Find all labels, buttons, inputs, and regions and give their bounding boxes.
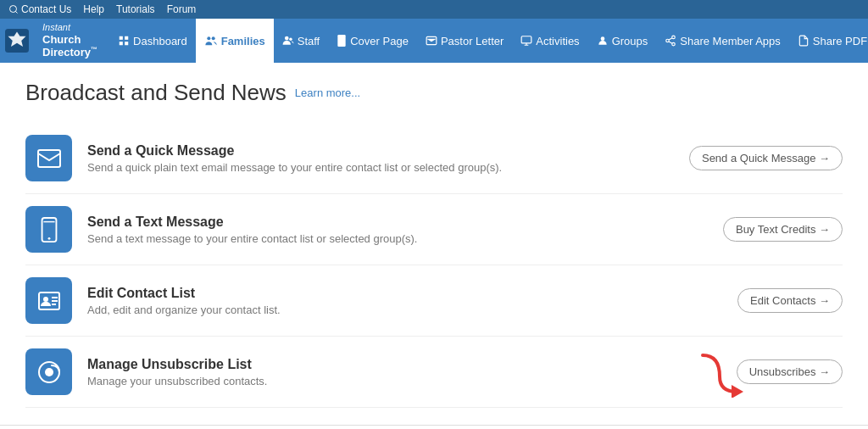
feature-row-contact-list: Edit Contact List Add, edit and organize… — [25, 265, 843, 337]
unsubscribes-button[interactable]: Unsubscribes → — [737, 359, 843, 384]
text-message-text: Send a Text Message Send a text message … — [87, 214, 706, 245]
contact-list-desc: Add, edit and organize your contact list… — [87, 304, 721, 316]
svg-line-1 — [15, 11, 17, 13]
svg-rect-12 — [339, 38, 344, 39]
quick-message-title: Send a Quick Message — [87, 143, 672, 159]
feature-row-text-message: Send a Text Message Send a text message … — [25, 194, 843, 265]
nav-item-activities[interactable]: Activities — [512, 19, 587, 63]
contacts-icon — [25, 277, 72, 324]
svg-point-33 — [45, 368, 53, 376]
contact-list-title: Edit Contact List — [87, 286, 721, 301]
contact-list-text: Edit Contact List Add, edit and organize… — [87, 286, 721, 316]
nav-item-dashboard[interactable]: Dashboard — [109, 19, 196, 63]
nav-bar: Instant Church Directory™ Dashboard Fami… — [0, 19, 868, 63]
feature-row-unsubscribe: Manage Unsubscribe List Manage your unsu… — [25, 337, 843, 408]
svg-point-19 — [666, 39, 670, 42]
nav-items: Dashboard Families Staff Cover Page Past… — [109, 19, 868, 63]
unsubscribe-title: Manage Unsubscribe List — [87, 357, 720, 372]
nav-item-staff[interactable]: Staff — [274, 19, 329, 63]
text-message-action: Buy Text Credits → — [723, 217, 843, 242]
main-content: Broadcast and Send News Learn more... Se… — [0, 63, 868, 416]
unsubscribe-desc: Manage your unsubscribed contacts. — [87, 375, 720, 387]
nav-item-groups[interactable]: Groups — [588, 19, 657, 63]
text-message-title: Send a Text Message — [87, 214, 706, 230]
bottom-tabs: Drafts Scheduled Sent — [0, 425, 868, 429]
contact-list-action: Edit Contacts → — [737, 288, 843, 313]
edit-contacts-button[interactable]: Edit Contacts → — [737, 288, 843, 313]
nav-item-share-pdf[interactable]: Share PDF — [789, 19, 868, 63]
top-bar: Contact Us Help Tutorials Forum — [0, 0, 868, 19]
svg-rect-4 — [125, 36, 128, 40]
logo-church-directory: Church Directory™ — [42, 33, 97, 60]
red-arrow-indicator — [694, 351, 745, 400]
svg-point-7 — [207, 36, 210, 40]
svg-rect-14 — [339, 42, 342, 42]
svg-line-22 — [669, 38, 672, 40]
unsubscribe-action: Unsubscribes → — [737, 359, 843, 384]
svg-point-28 — [43, 297, 48, 302]
quick-message-text: Send a Quick Message Send a quick plain … — [87, 143, 672, 174]
svg-point-25 — [47, 237, 50, 239]
logo-instant: Instant — [42, 22, 97, 33]
nav-item-families[interactable]: Families — [196, 19, 274, 63]
unsubscribe-text: Manage Unsubscribe List Manage your unsu… — [87, 357, 720, 387]
quick-message-action: Send a Quick Message → — [689, 146, 843, 170]
quick-message-desc: Send a quick plain text email message to… — [87, 161, 672, 174]
logo — [5, 29, 34, 53]
send-quick-message-button[interactable]: Send a Quick Message → — [689, 146, 843, 170]
feature-row-quick-message: Send a Quick Message Send a quick plain … — [25, 123, 843, 194]
svg-point-18 — [672, 36, 676, 39]
svg-line-21 — [669, 42, 672, 43]
contact-us-link[interactable]: Contact Us — [8, 3, 71, 15]
svg-rect-23 — [38, 150, 60, 167]
buy-text-credits-button[interactable]: Buy Text Credits → — [723, 217, 843, 242]
svg-rect-6 — [125, 42, 128, 45]
forum-link[interactable]: Forum — [167, 3, 197, 15]
svg-point-0 — [10, 6, 17, 13]
svg-rect-3 — [120, 36, 123, 40]
at-icon — [25, 348, 72, 395]
help-link[interactable]: Help — [83, 3, 104, 15]
nav-item-cover-page[interactable]: Cover Page — [328, 19, 417, 63]
svg-marker-34 — [732, 385, 743, 398]
svg-rect-13 — [339, 40, 344, 41]
envelope-icon — [25, 135, 72, 181]
svg-point-8 — [211, 36, 214, 40]
learn-more-link[interactable]: Learn more... — [295, 86, 360, 99]
svg-point-17 — [600, 36, 604, 41]
svg-rect-5 — [120, 42, 123, 45]
nav-item-share-member-apps[interactable]: Share Member Apps — [656, 19, 789, 63]
nav-item-pastor-letter[interactable]: Pastor Letter — [417, 19, 512, 63]
page-title: Broadcast and Send News Learn more... — [25, 80, 843, 106]
svg-point-9 — [285, 36, 289, 41]
svg-point-20 — [672, 42, 676, 46]
svg-point-10 — [289, 38, 292, 42]
tutorials-link[interactable]: Tutorials — [116, 3, 155, 15]
phone-icon — [25, 206, 72, 253]
text-message-desc: Send a text message to your entire conta… — [87, 232, 706, 245]
svg-rect-16 — [521, 36, 531, 43]
